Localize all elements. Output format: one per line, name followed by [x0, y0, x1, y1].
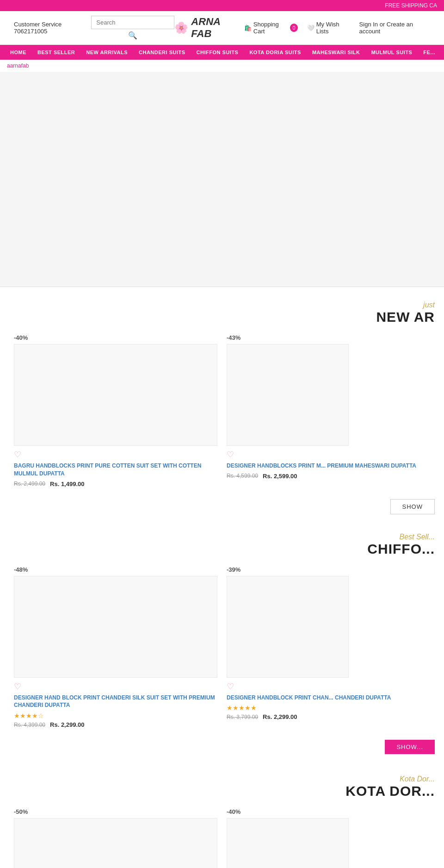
banner-text: FREE SHIPPING CA: [385, 2, 437, 9]
chiffon-products: -48% ♡ Designer Hand Block Print Chander…: [0, 562, 444, 733]
hero-banner: [0, 72, 444, 287]
wishlist-link[interactable]: 🤍 My Wish Lists: [307, 21, 350, 35]
price-row: Rs. 4,599.00 Rs. 2,599.00: [227, 473, 430, 480]
signin-link[interactable]: Sign In or Create an account: [359, 21, 430, 35]
nav-maheswari-silk[interactable]: MAHESWARI SILK: [307, 45, 366, 60]
wishlist-heart-icon[interactable]: ♡: [227, 450, 430, 460]
logo[interactable]: 🌸 ARNA FAB: [174, 16, 244, 40]
product-image: [227, 818, 349, 868]
new-price: Rs. 2,299.00: [50, 721, 84, 728]
old-price: Rs. 3,799.00: [227, 714, 258, 720]
discount-badge: -40%: [227, 808, 430, 815]
logo-area: 🌸 ARNA FAB: [174, 16, 244, 40]
product-image: [227, 344, 349, 446]
breadcrumb[interactable]: aarnafab: [0, 60, 444, 72]
heart-icon: 🤍: [307, 25, 314, 31]
new-arrivals-title: NEW AR: [9, 309, 435, 325]
price-row: Rs. 4,399.00 Rs. 2,299.00: [14, 721, 217, 728]
kota-title: KOTA DOR...: [9, 783, 435, 799]
chiffon-sub: Best Sell...: [9, 533, 435, 541]
show-more-row-1: SHOW: [0, 492, 444, 524]
product-title[interactable]: DESIGNER HANDBLOCKS PRINT M... PREMIUM M…: [227, 462, 430, 470]
kota-heading: Kota Dor... KOTA DOR...: [0, 763, 444, 804]
product-stars: ★★★★★: [227, 704, 430, 712]
price-row: Rs. 3,799.00 Rs. 2,299.00: [227, 713, 430, 720]
main-nav: HOME BEST SELLER NEW ARRIVALS CHANDERI S…: [0, 45, 444, 60]
customer-service: Customer Service 7062171005: [14, 21, 91, 35]
product-title[interactable]: Designer Hand Block Print Chanderi Silk …: [14, 694, 217, 710]
product-card: -48% ♡ Designer Hand Block Print Chander…: [9, 562, 222, 733]
new-arrivals-heading: just NEW AR: [0, 287, 444, 330]
chiffon-title: CHIFFO...: [9, 541, 435, 557]
discount-badge: -40%: [14, 334, 217, 341]
cart-icon: 🛍️: [244, 25, 252, 31]
nav-chiffon-suits[interactable]: CHIFFON SUITS: [191, 45, 244, 60]
wishlist-heart-icon[interactable]: ♡: [14, 450, 217, 460]
wishlist-heart-icon[interactable]: ♡: [227, 681, 430, 692]
new-price: Rs. 1,499.00: [50, 481, 84, 487]
product-card: -50%: [9, 804, 222, 868]
product-image: [227, 576, 349, 678]
top-banner: FREE SHIPPING CA: [0, 0, 444, 11]
show-more-button-1[interactable]: SHOW: [390, 499, 435, 514]
product-title[interactable]: BAGRU HANDBLOCKS PRINT PURE COTTEN SUIT …: [14, 462, 217, 478]
wishlist-heart-icon[interactable]: ♡: [14, 681, 217, 692]
cart-badge: 0: [290, 24, 297, 32]
header-right: 🛍️ Shopping Cart 0 🤍 My Wish Lists Sign …: [244, 21, 430, 35]
search-area: 🔍: [91, 16, 174, 40]
discount-badge: -39%: [227, 566, 430, 573]
nav-chanderi-suits[interactable]: CHANDERI SUITS: [133, 45, 191, 60]
old-price: Rs. 4,399.00: [14, 722, 45, 728]
new-arrivals-products: -40% ♡ BAGRU HANDBLOCKS PRINT PURE COTTE…: [0, 330, 444, 492]
old-price: Rs. 4,599.00: [227, 473, 258, 479]
new-price: Rs. 2,599.00: [263, 473, 297, 480]
logo-flower-icon: 🌸: [174, 21, 188, 34]
show-more-row-2: SHOW...: [0, 733, 444, 763]
kota-products: -50% -40%: [0, 804, 444, 868]
old-price: Rs. 2,499.00: [14, 481, 45, 487]
search-icon[interactable]: 🔍: [128, 31, 137, 40]
kota-sub: Kota Dor...: [9, 775, 435, 783]
product-card: -40%: [222, 804, 435, 868]
nav-home[interactable]: HOME: [5, 45, 32, 60]
discount-badge: -43%: [227, 334, 430, 341]
product-card: -40% ♡ BAGRU HANDBLOCKS PRINT PURE COTTE…: [9, 330, 222, 492]
new-arrivals-sub: just: [9, 301, 435, 309]
product-image: [14, 344, 217, 446]
nav-kota-doria-suits[interactable]: KOTA DORIA SUITS: [244, 45, 306, 60]
logo-text: ARNA FAB: [191, 16, 244, 40]
product-image: [14, 818, 217, 868]
header: Customer Service 7062171005 🔍 🌸 ARNA FAB…: [0, 11, 444, 45]
show-more-button-2[interactable]: SHOW...: [385, 740, 435, 754]
product-card: -39% ♡ Designer Handblock Print Chan... …: [222, 562, 435, 733]
new-price: Rs. 2,299.00: [263, 713, 297, 720]
discount-badge: -48%: [14, 566, 217, 573]
product-title[interactable]: Designer Handblock Print Chan... Chander…: [227, 694, 430, 702]
discount-badge: -50%: [14, 808, 217, 815]
product-image: [14, 576, 217, 678]
nav-best-seller[interactable]: BEST SELLER: [32, 45, 80, 60]
search-input[interactable]: [91, 16, 174, 29]
nav-more[interactable]: FE...: [418, 45, 441, 60]
product-card: -43% ♡ DESIGNER HANDBLOCKS PRINT M... PR…: [222, 330, 435, 492]
cart-link[interactable]: 🛍️ Shopping Cart 0: [244, 21, 298, 35]
chiffon-heading: Best Sell... CHIFFO...: [0, 524, 444, 562]
nav-mulmul-suits[interactable]: MULMUL SUITS: [365, 45, 418, 60]
product-stars: ★★★★☆: [14, 712, 217, 719]
nav-new-arrivals[interactable]: NEW ARRIVALS: [80, 45, 133, 60]
price-row: Rs. 2,499.00 Rs. 1,499.00: [14, 481, 217, 487]
